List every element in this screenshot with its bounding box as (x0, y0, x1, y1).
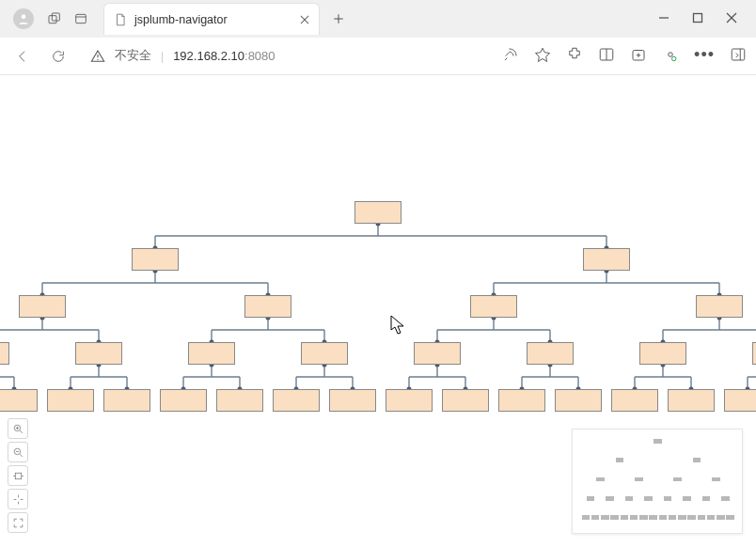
minimap-node (673, 477, 682, 482)
svg-rect-137 (15, 473, 22, 479)
tree-node[interactable] (19, 295, 66, 318)
minimap-node (621, 515, 629, 520)
tree-node[interactable] (527, 342, 574, 365)
tree-node[interactable] (0, 342, 9, 365)
tree-node[interactable] (386, 389, 433, 412)
tree-node[interactable] (0, 389, 38, 412)
svg-point-21 (669, 53, 673, 57)
tree-node[interactable] (244, 295, 291, 318)
browser-tab[interactable]: jsplumb-navigator (103, 3, 320, 35)
tree-node[interactable] (273, 389, 320, 412)
minimap-node (649, 515, 657, 520)
minimap-node (606, 496, 614, 501)
profile-icon[interactable] (13, 8, 34, 29)
minimap-node (702, 496, 711, 501)
minimap-node (659, 515, 668, 520)
split-screen-icon[interactable] (598, 46, 615, 66)
tree-node[interactable] (47, 389, 94, 412)
tree-node[interactable] (555, 389, 602, 412)
recenter-button[interactable] (8, 489, 28, 509)
navigator-minimap[interactable] (572, 429, 743, 534)
tree-node[interactable] (329, 389, 376, 412)
minimap-node (687, 515, 696, 520)
tree-node[interactable] (752, 342, 756, 365)
fit-to-width-button[interactable] (8, 465, 28, 486)
tree-node[interactable] (414, 342, 461, 365)
collections-icon[interactable] (630, 46, 647, 66)
tree-node[interactable] (583, 248, 630, 271)
url-port: :8080 (244, 49, 276, 63)
window-controls (658, 12, 750, 26)
toolbar-right: ••• (502, 46, 747, 66)
zoom-in-button[interactable] (8, 418, 28, 439)
unsafe-icon (90, 49, 105, 64)
minimap-node (693, 458, 701, 462)
minimap-node (582, 515, 591, 520)
svg-point-14 (97, 58, 98, 59)
minimap-node (591, 515, 600, 520)
svg-point-22 (672, 56, 677, 61)
minimap-node (616, 458, 624, 462)
minimize-button[interactable] (658, 12, 669, 26)
separator: | (161, 50, 164, 63)
minimap-node (654, 439, 662, 444)
minimap-node (678, 515, 686, 520)
tree-node[interactable] (103, 389, 150, 412)
minimap-node (610, 515, 619, 520)
tree-node[interactable] (160, 389, 207, 412)
svg-line-135 (20, 454, 23, 457)
tree-node[interactable] (188, 342, 235, 365)
url-host: 192.168.2.10 (173, 49, 244, 63)
tree-node[interactable] (442, 389, 489, 412)
tree-node[interactable] (470, 295, 517, 318)
tab-actions-icon[interactable] (68, 6, 94, 32)
minimap-node (625, 496, 634, 501)
tree-node[interactable] (668, 389, 715, 412)
tree-node[interactable] (639, 342, 686, 365)
svg-rect-2 (52, 13, 59, 21)
minimap-node (644, 496, 653, 501)
new-tab-button[interactable] (325, 6, 352, 32)
tree-node[interactable] (611, 389, 658, 412)
address-bar[interactable]: 不安全 | 192.168.2.10:8080 (90, 48, 276, 64)
svg-line-131 (20, 430, 23, 433)
back-button[interactable] (9, 43, 36, 70)
minimap-node (601, 515, 609, 520)
toolbar: 不安全 | 192.168.2.10:8080 ••• (0, 38, 756, 75)
read-aloud-icon[interactable] (502, 46, 519, 66)
tree-node[interactable] (498, 389, 545, 412)
favorite-icon[interactable] (534, 46, 551, 66)
zoom-controls (8, 418, 28, 533)
tree-node[interactable] (75, 342, 122, 365)
maximize-button[interactable] (692, 12, 703, 26)
tree-node[interactable] (724, 389, 756, 412)
sidebar-toggle-icon[interactable] (730, 46, 747, 66)
extensions-icon[interactable] (566, 46, 583, 66)
refresh-button[interactable] (45, 43, 71, 70)
tree-node[interactable] (354, 201, 402, 224)
tree-node[interactable] (132, 248, 179, 271)
zoom-out-button[interactable] (8, 442, 28, 462)
minimap-node (717, 515, 725, 520)
tree-node[interactable] (301, 342, 348, 365)
fullscreen-button[interactable] (8, 512, 28, 533)
svg-rect-1 (49, 16, 56, 23)
minimap-node (669, 515, 677, 520)
svg-rect-3 (76, 14, 87, 23)
performance-icon[interactable] (662, 46, 679, 66)
minimap-node (635, 477, 643, 482)
minimap-node (721, 496, 730, 501)
workspaces-icon[interactable] (41, 6, 68, 32)
svg-rect-10 (694, 13, 702, 22)
tree-node[interactable] (216, 389, 263, 412)
close-window-button[interactable] (726, 12, 737, 26)
minimap-node (630, 515, 638, 520)
minimap-node (683, 496, 691, 501)
minimap-node (726, 515, 734, 520)
svg-marker-15 (536, 48, 550, 61)
close-tab-icon[interactable] (298, 13, 311, 26)
more-button[interactable]: ••• (694, 50, 715, 63)
minimap-node (639, 515, 648, 520)
tree-node[interactable] (696, 295, 743, 318)
page-viewport[interactable] (0, 75, 756, 547)
